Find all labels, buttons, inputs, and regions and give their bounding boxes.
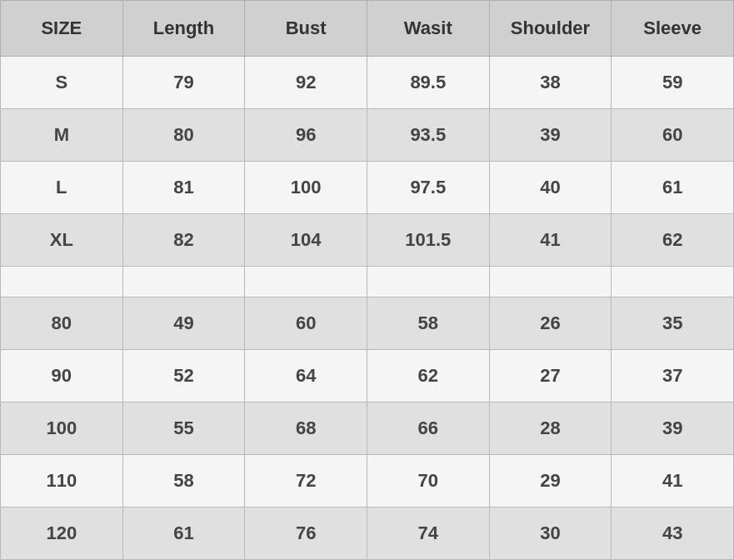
cell-adult-1-1: 80 [122,109,245,162]
cell-adult-1-4: 39 [489,109,612,162]
cell-adult-2-4: 40 [489,162,612,214]
header-row: SIZE Length Bust Wasit Shoulder Sleeve [1,1,734,57]
col-header-size: SIZE [1,1,123,57]
cell-adult-3-0: XL [1,214,123,267]
separator-cell-0 [1,267,123,298]
cell-kids-4-5: 43 [612,507,734,559]
cell-kids-4-4: 30 [489,507,612,559]
adult-row-3: XL82104101.54162 [1,214,734,267]
cell-kids-3-2: 72 [245,454,367,507]
separator-cell-4 [489,267,612,298]
separator-cell-3 [367,267,489,298]
kids-row-3: 1105872702941 [1,454,734,507]
col-header-length: Length [122,1,245,57]
adult-row-0: S799289.53859 [1,57,734,109]
cell-kids-2-1: 55 [122,402,245,454]
cell-kids-2-4: 28 [489,402,612,454]
cell-adult-1-5: 60 [612,109,734,162]
separator-cell-5 [612,267,734,298]
size-chart-table: SIZE Length Bust Wasit Shoulder Sleeve S… [0,0,734,560]
col-header-wasit: Wasit [367,1,489,57]
cell-kids-0-4: 26 [489,297,612,349]
col-header-shoulder: Shoulder [489,1,612,57]
cell-kids-1-4: 27 [489,349,612,402]
cell-kids-4-1: 61 [122,507,245,559]
cell-adult-2-3: 97.5 [367,162,489,214]
cell-adult-2-2: 100 [245,162,367,214]
cell-kids-2-3: 66 [367,402,489,454]
cell-kids-3-5: 41 [612,454,734,507]
cell-kids-4-3: 74 [367,507,489,559]
separator-row [1,267,734,298]
cell-kids-1-3: 62 [367,349,489,402]
cell-adult-1-3: 93.5 [367,109,489,162]
cell-adult-0-1: 79 [122,57,245,109]
adult-row-1: M809693.53960 [1,109,734,162]
cell-kids-2-0: 100 [1,402,123,454]
separator-cell-2 [245,267,367,298]
cell-adult-3-1: 82 [122,214,245,267]
cell-kids-0-1: 49 [122,297,245,349]
cell-adult-2-5: 61 [612,162,734,214]
size-chart-container: SIZE Length Bust Wasit Shoulder Sleeve S… [0,0,734,560]
kids-row-1: 905264622737 [1,349,734,402]
kids-row-0: 804960582635 [1,297,734,349]
cell-kids-4-0: 120 [1,507,123,559]
cell-kids-4-2: 76 [245,507,367,559]
cell-adult-1-2: 96 [245,109,367,162]
cell-adult-0-0: S [1,57,123,109]
cell-kids-0-3: 58 [367,297,489,349]
cell-adult-3-3: 101.5 [367,214,489,267]
cell-kids-0-0: 80 [1,297,123,349]
cell-adult-3-2: 104 [245,214,367,267]
cell-adult-2-1: 81 [122,162,245,214]
cell-adult-0-2: 92 [245,57,367,109]
cell-kids-1-5: 37 [612,349,734,402]
cell-kids-0-2: 60 [245,297,367,349]
kids-row-4: 1206176743043 [1,507,734,559]
col-header-sleeve: Sleeve [612,1,734,57]
adult-row-2: L8110097.54061 [1,162,734,214]
kids-row-2: 1005568662839 [1,402,734,454]
cell-adult-0-4: 38 [489,57,612,109]
cell-adult-0-3: 89.5 [367,57,489,109]
cell-adult-1-0: M [1,109,123,162]
cell-kids-2-5: 39 [612,402,734,454]
cell-kids-1-1: 52 [122,349,245,402]
cell-kids-1-2: 64 [245,349,367,402]
cell-kids-3-1: 58 [122,454,245,507]
cell-kids-0-5: 35 [612,297,734,349]
cell-adult-3-5: 62 [612,214,734,267]
cell-adult-2-0: L [1,162,123,214]
cell-kids-3-4: 29 [489,454,612,507]
col-header-bust: Bust [245,1,367,57]
separator-cell-1 [122,267,245,298]
cell-kids-3-0: 110 [1,454,123,507]
cell-kids-2-2: 68 [245,402,367,454]
cell-adult-0-5: 59 [612,57,734,109]
cell-kids-3-3: 70 [367,454,489,507]
cell-adult-3-4: 41 [489,214,612,267]
cell-kids-1-0: 90 [1,349,123,402]
